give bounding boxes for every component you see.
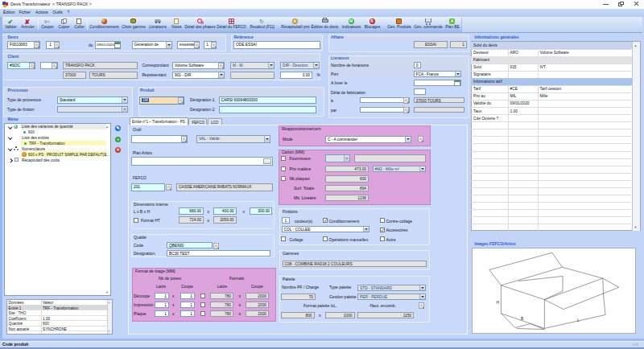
- svg-text:L: L: [577, 318, 580, 322]
- svg-text:H: H: [497, 300, 500, 305]
- svg-text:B: B: [521, 316, 524, 321]
